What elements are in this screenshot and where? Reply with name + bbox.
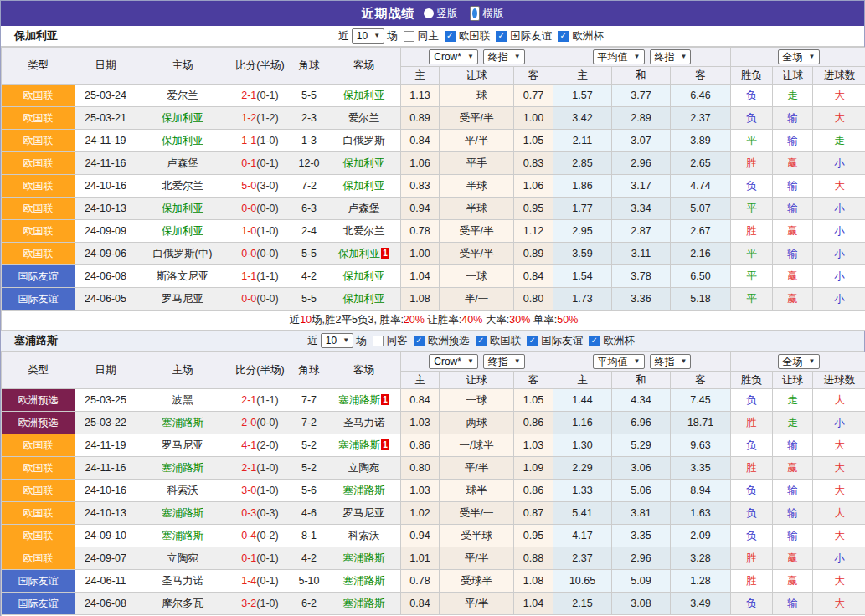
away-team-name[interactable]: 保加利亚: [343, 157, 385, 169]
near-label: 近: [307, 334, 318, 348]
odds-handicap-cell: 半球: [440, 198, 514, 220]
away-team-name[interactable]: 白俄罗斯: [343, 135, 385, 146]
home-team-name[interactable]: 圣马力诺: [162, 575, 203, 587]
away-team-name[interactable]: 北爱尔兰: [343, 225, 385, 237]
home-team-name[interactable]: 塞浦路斯: [162, 417, 203, 429]
away-team-name[interactable]: 保加利亚: [343, 180, 385, 192]
corner-cell: 7-2: [291, 175, 327, 198]
bookmaker-select[interactable]: Crow*▼: [429, 354, 478, 369]
subcol-header-1: 让球: [440, 372, 514, 389]
away-team-name[interactable]: 爱尔兰: [348, 112, 380, 124]
odds-handicap-cell: 平/半: [440, 547, 514, 570]
league-checkbox-0[interactable]: ✓: [414, 336, 425, 346]
league-checkbox-0[interactable]: ✓: [445, 31, 456, 42]
type-cell: 欧国联: [2, 198, 75, 220]
league-checkbox-2[interactable]: ✓: [558, 31, 569, 42]
fulltime-score: 0-1: [241, 552, 256, 564]
subcol-header-3: 主: [553, 67, 612, 85]
home-team-cell: 保加利亚: [136, 198, 229, 220]
away-team-name[interactable]: 保加利亚: [343, 90, 385, 101]
avg-draw-cell: 2.89: [612, 107, 671, 130]
home-team-name[interactable]: 摩尔多瓦: [162, 598, 203, 609]
away-team-name[interactable]: 保加利亚: [338, 248, 380, 259]
odds-handicap-cell: 受半球: [440, 525, 514, 547]
result-wdl-cell: 负: [731, 434, 773, 457]
away-team-name[interactable]: 保加利亚: [343, 293, 385, 305]
final-odds-select-1[interactable]: 终指▼: [483, 354, 525, 369]
home-team-name[interactable]: 塞浦路斯: [162, 462, 203, 474]
away-team-name[interactable]: 塞浦路斯: [343, 485, 385, 496]
same-venue-checkbox[interactable]: [404, 31, 414, 42]
games-count-select[interactable]: 10▼: [352, 28, 384, 44]
avg-away-cell: 3.49: [671, 593, 731, 615]
home-team-name[interactable]: 立陶宛: [167, 552, 198, 564]
home-team-name[interactable]: 爱尔兰: [167, 90, 198, 101]
date-cell: 24-09-09: [75, 220, 136, 243]
away-team-name[interactable]: 保加利亚: [343, 270, 385, 282]
scope-select[interactable]: 全场▼: [778, 354, 820, 369]
home-team-name[interactable]: 保加利亚: [162, 112, 203, 124]
home-team-name[interactable]: 保加利亚: [162, 225, 203, 237]
home-team-name[interactable]: 罗马尼亚: [162, 293, 203, 305]
table-row: 欧国联24-10-16科索沃3-0(1-0)5-6塞浦路斯1.03球半0.861…: [2, 480, 865, 502]
away-team-name[interactable]: 塞浦路斯: [343, 598, 385, 609]
away-team-name[interactable]: 圣马力诺: [343, 417, 385, 429]
odds-handicap-cell: 半/一: [440, 288, 514, 311]
corner-cell: 5-2: [291, 434, 327, 457]
home-team-name[interactable]: 波黑: [172, 394, 193, 406]
average-select[interactable]: 平均值▼: [593, 49, 645, 64]
home-team-name[interactable]: 科索沃: [167, 485, 198, 496]
home-team-cell: 波黑: [136, 389, 229, 412]
halftime-score: (2-0): [256, 439, 278, 451]
away-team-name[interactable]: 卢森堡: [348, 203, 380, 214]
score-cell: 0-0(0-0): [229, 288, 291, 311]
home-team-name[interactable]: 保加利亚: [162, 203, 203, 214]
average-select[interactable]: 平均值▼: [593, 354, 645, 369]
scope-select[interactable]: 全场▼: [778, 49, 820, 64]
halftime-score: (0-3): [256, 507, 278, 519]
home-team-name[interactable]: 卢森堡: [167, 157, 198, 169]
games-count-select[interactable]: 10▼: [321, 333, 353, 348]
avg-home-cell: 1.16: [553, 412, 612, 434]
view-option-1[interactable]: 横版: [470, 6, 504, 21]
final-odds-select-2[interactable]: 终指▼: [650, 49, 692, 64]
away-team-name[interactable]: 塞浦路斯: [343, 552, 385, 564]
away-team-name[interactable]: 科索沃: [348, 530, 380, 542]
away-team-name[interactable]: 塞浦路斯: [343, 575, 385, 587]
home-team-name[interactable]: 白俄罗斯(中): [153, 248, 213, 259]
home-team-name[interactable]: 塞浦路斯: [162, 530, 203, 542]
home-team-name[interactable]: 保加利亚: [162, 135, 203, 146]
league-checkbox-2[interactable]: ✓: [527, 336, 538, 346]
odds-home-cell: 0.94: [401, 525, 440, 547]
league-checkbox-1[interactable]: ✓: [476, 336, 487, 346]
date-cell: 24-11-19: [75, 130, 136, 152]
odds-handicap-cell: 平/半: [440, 457, 514, 480]
home-team-name[interactable]: 斯洛文尼亚: [157, 270, 209, 282]
away-team-name[interactable]: 立陶宛: [348, 462, 380, 474]
odds-away-cell: 0.89: [514, 243, 553, 265]
bookmaker-select[interactable]: Crow*▼: [429, 49, 478, 64]
odds-handicap-cell: 受半/一: [440, 502, 514, 525]
date-cell: 24-11-16: [75, 457, 136, 480]
final-odds-select-1[interactable]: 终指▼: [483, 49, 525, 64]
away-team-name[interactable]: 罗马尼亚: [343, 507, 385, 519]
odds-away-cell: 0.95: [514, 525, 553, 547]
final-odds-select-2[interactable]: 终指▼: [650, 354, 692, 369]
home-team-name[interactable]: 北爱尔兰: [162, 180, 203, 192]
odds-home-cell: 0.86: [401, 434, 440, 457]
home-team-name[interactable]: 罗马尼亚: [162, 439, 203, 451]
league-checkbox-3[interactable]: ✓: [589, 336, 600, 346]
avg-draw-cell: 2.96: [612, 547, 671, 570]
away-team-name[interactable]: 塞浦路斯: [338, 439, 380, 451]
same-venue-checkbox[interactable]: [373, 336, 384, 346]
away-team-name[interactable]: 塞浦路斯: [338, 394, 380, 406]
home-team-name[interactable]: 塞浦路斯: [162, 507, 203, 519]
avg-draw-cell: 2.96: [612, 152, 671, 175]
view-option-0[interactable]: 竖版: [424, 7, 458, 21]
type-cell: 欧国联: [2, 243, 75, 265]
league-label-1: 欧国联: [490, 334, 522, 348]
type-cell: 欧国联: [2, 85, 75, 107]
halftime-score: (1-2): [256, 112, 278, 124]
away-team-cell: 保加利亚: [327, 265, 401, 288]
league-checkbox-1[interactable]: ✓: [496, 31, 507, 42]
